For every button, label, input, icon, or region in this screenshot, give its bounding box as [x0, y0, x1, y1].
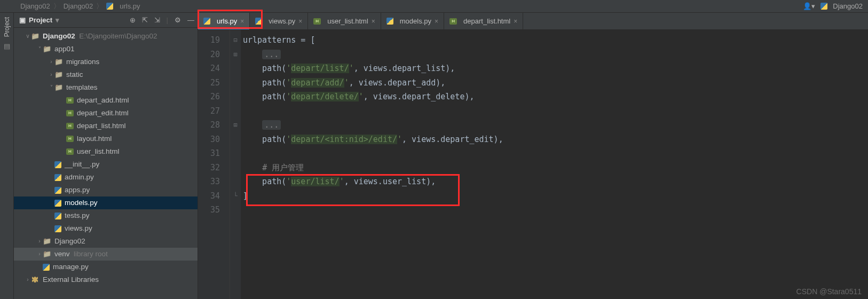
- line-number: 27: [198, 104, 220, 119]
- fold-marker[interactable]: ⊞: [230, 118, 241, 132]
- folder-icon: [31, 32, 40, 41]
- editor-tab[interactable]: depart_list.html×: [444, 13, 523, 29]
- editor-tab[interactable]: views.py×: [250, 13, 308, 29]
- fold-marker[interactable]: └: [230, 189, 241, 203]
- editor-tab[interactable]: models.py×: [381, 13, 444, 29]
- python-file-icon: [43, 264, 50, 271]
- fold-marker[interactable]: [230, 175, 241, 189]
- tree-root[interactable]: vDjango02 E:\Djangoitem\Django02: [14, 30, 198, 43]
- tree-item[interactable]: ˅app01: [14, 43, 198, 56]
- tree-item[interactable]: depart_edit.html: [14, 107, 198, 120]
- breadcrumb[interactable]: Django02 〉 Django02 〉 urls.py: [2, 2, 140, 11]
- code-line[interactable]: [243, 203, 868, 217]
- tree-item[interactable]: admin.py: [14, 171, 198, 184]
- chevron-right-icon: 〉: [53, 2, 60, 11]
- locate-icon[interactable]: ⊕: [130, 16, 136, 24]
- close-icon[interactable]: ×: [372, 18, 375, 25]
- python-file-icon: [54, 187, 61, 194]
- fold-marker[interactable]: [230, 161, 241, 175]
- tree-item-label: tests.py: [65, 209, 90, 222]
- structure-tool-icon[interactable]: ▤: [4, 42, 10, 50]
- editor-tab[interactable]: user_list.html×: [308, 13, 381, 29]
- html-file-icon: [66, 148, 74, 155]
- code-editor[interactable]: 19202425262728303132333435 ⊟⊞⊞└ urlpatte…: [198, 30, 868, 299]
- code-line[interactable]: [243, 104, 868, 119]
- chevron-right-icon: 〉: [96, 2, 103, 11]
- tree-item-label: apps.py: [65, 184, 90, 196]
- fold-marker[interactable]: ⊟: [230, 33, 241, 48]
- user-icon[interactable]: 👤▾: [803, 2, 815, 10]
- project-indicator[interactable]: Django02: [820, 2, 863, 10]
- tree-item[interactable]: user_list.html: [14, 145, 198, 158]
- code-line[interactable]: urlpatterns = [: [243, 33, 868, 48]
- close-icon[interactable]: ×: [514, 18, 517, 25]
- python-file-icon: [54, 200, 61, 207]
- tree-item[interactable]: tests.py: [14, 209, 198, 222]
- code-line[interactable]: ...: [243, 118, 868, 132]
- fold-marker[interactable]: [230, 132, 241, 147]
- close-icon[interactable]: ×: [240, 18, 244, 25]
- folder-icon: [54, 70, 63, 79]
- tree-item[interactable]: __init__.py: [14, 158, 198, 171]
- code-line[interactable]: ...: [243, 48, 868, 62]
- breadcrumb-seg[interactable]: Django02: [20, 2, 50, 10]
- code-line[interactable]: [243, 146, 868, 161]
- tree-item-label: templates: [66, 81, 98, 94]
- tree-item[interactable]: depart_list.html: [14, 120, 198, 132]
- tree-item[interactable]: ˅templates: [14, 81, 198, 94]
- tree-item-label: depart_list.html: [77, 120, 126, 132]
- code-line[interactable]: # 用户管理: [243, 161, 868, 175]
- tree-item[interactable]: ›venv library root: [14, 248, 198, 261]
- tree-item[interactable]: layout.html: [14, 132, 198, 145]
- sidebar-title[interactable]: Project: [29, 16, 52, 24]
- code-line[interactable]: ]: [243, 189, 868, 203]
- code-line[interactable]: path('depart/list/', views.depart_list),: [243, 61, 868, 76]
- tab-label: depart_list.html: [463, 17, 510, 25]
- fold-marker[interactable]: [230, 61, 241, 76]
- python-file-icon: [54, 213, 61, 219]
- tree-item[interactable]: manage.py: [14, 261, 198, 273]
- tool-window-rail: Project ▤: [0, 13, 14, 299]
- fold-marker[interactable]: [230, 146, 241, 161]
- code-line[interactable]: path('depart/<int:nid>/edit/', views.dep…: [243, 132, 868, 147]
- fold-marker[interactable]: [230, 203, 241, 217]
- project-tree[interactable]: vDjango02 E:\Djangoitem\Django02˅app01›m…: [14, 28, 198, 299]
- close-icon[interactable]: ×: [298, 18, 302, 25]
- html-file-icon: [313, 18, 321, 25]
- close-icon[interactable]: ×: [435, 18, 438, 25]
- line-number: 32: [198, 161, 220, 175]
- fold-gutter[interactable]: ⊟⊞⊞└: [230, 30, 241, 299]
- code-area[interactable]: urlpatterns = [ ... path('depart/list/',…: [241, 30, 868, 299]
- tree-item[interactable]: ›migrations: [14, 56, 198, 68]
- tree-item-label: layout.html: [77, 132, 112, 145]
- tree-external-libraries[interactable]: ›External Libraries: [14, 273, 198, 286]
- dropdown-icon[interactable]: ▾: [56, 16, 59, 24]
- python-file-icon: [106, 3, 113, 10]
- fold-marker[interactable]: [230, 76, 241, 90]
- code-line[interactable]: path('depart/add/', views.depart_add),: [243, 76, 868, 90]
- code-line[interactable]: path('user/list/', views.user_list),: [243, 175, 868, 189]
- code-line[interactable]: path('depart/delete/', views.depart_dele…: [243, 90, 868, 104]
- gear-icon[interactable]: ⚙: [175, 16, 181, 24]
- tree-item[interactable]: views.py: [14, 222, 198, 235]
- collapse-icon[interactable]: ⇲: [154, 16, 160, 24]
- tree-item[interactable]: depart_add.html: [14, 94, 198, 107]
- project-tool-button[interactable]: Project: [3, 17, 11, 37]
- fold-marker[interactable]: ⊞: [230, 48, 241, 62]
- tree-item[interactable]: ›Django02: [14, 235, 198, 248]
- expand-icon[interactable]: ⇱: [142, 16, 148, 24]
- fold-marker[interactable]: [230, 104, 241, 119]
- folder-icon: [43, 250, 51, 258]
- tree-item[interactable]: ›static: [14, 68, 198, 81]
- hide-icon[interactable]: —: [187, 16, 194, 24]
- tree-item-label: depart_add.html: [77, 94, 129, 107]
- tree-item[interactable]: apps.py: [14, 184, 198, 196]
- watermark: CSDN @Stara0511: [796, 287, 862, 296]
- line-number: 35: [198, 203, 220, 217]
- tree-item[interactable]: models.py: [14, 196, 198, 209]
- breadcrumb-seg[interactable]: urls.py: [120, 2, 140, 10]
- python-file-icon: [820, 3, 827, 10]
- editor-tab[interactable]: urls.py×: [198, 13, 250, 29]
- breadcrumb-seg[interactable]: Django02: [64, 2, 93, 10]
- fold-marker[interactable]: [230, 90, 241, 104]
